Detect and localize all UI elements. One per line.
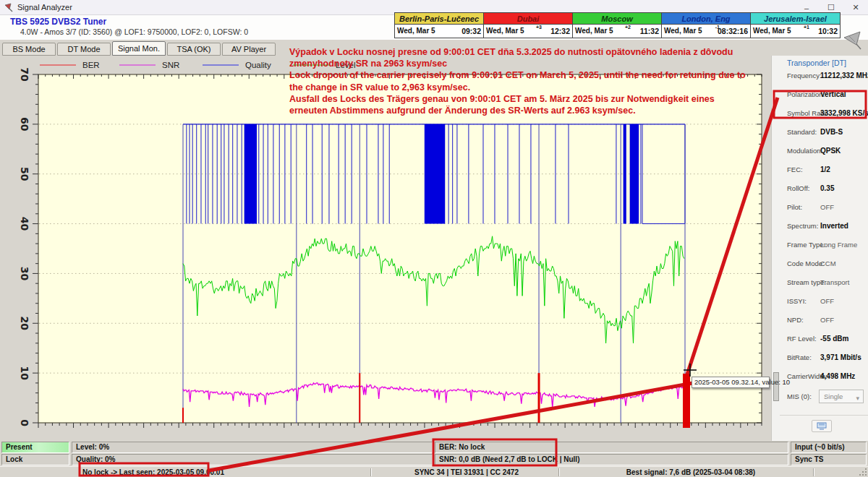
clock-utc-offset: +3 <box>536 25 542 30</box>
status-no-lock: No lock -> Last seen: 2025-03-05 09.00.0… <box>82 468 224 476</box>
sidebar-row-label: Frequency: <box>787 72 822 80</box>
mode-tabs: BS ModeDT ModeSignal Mon.TSA (OK)AV Play… <box>0 41 289 56</box>
legend-swatch <box>119 64 156 66</box>
clock-time-row: Wed, Mar 509:32 <box>395 25 483 38</box>
legend-swatch <box>40 64 76 66</box>
clock-time-row: Wed, Mar 5+110:32 <box>751 25 840 38</box>
clock-2: DubaiWed, Mar 5+312:32 <box>484 13 573 38</box>
close-button[interactable]: ✕ <box>843 0 868 15</box>
svg-text:10: 10 <box>19 366 30 380</box>
sidebar-row-value: 1/2 <box>820 166 830 173</box>
clock-time: 11:32 <box>640 27 659 35</box>
clock-city-label: Berlin-Paris-Lučenec <box>395 13 483 25</box>
clock-date: Wed, Mar 5 <box>575 27 613 35</box>
sidebar-row-fec: FEC:1/2 <box>780 166 868 176</box>
sidebar-row-frametype: Frame Type:Long Frame <box>780 241 868 251</box>
sidebar-row-value: 4,498 MHz <box>820 372 855 380</box>
sidebar-row-modulation: Modulation:QPSK <box>780 147 868 157</box>
annotation-text: Výpadok v Locku nosnej presne od 9:00:01… <box>289 46 778 116</box>
tab-av-player[interactable]: AV Player <box>222 43 276 56</box>
sidebar-row-issyi: ISSYI:OFF <box>780 297 868 307</box>
sidebar-row-spectrum: Spectrum:Inverted <box>780 222 868 232</box>
snr-bar: SNR: 0,0 dB (Need 2,7 dB to LOCK | Null) <box>435 454 788 465</box>
status-sync: SYNC 34 | TEI 31931 | CC 2472 <box>376 468 557 476</box>
tuner-subtitle: 4.0W - Amos 3/7 (ID: 3560) @ LOF1: 97500… <box>20 27 248 36</box>
sidebar-row-value: QPSK <box>820 147 841 155</box>
clock-city-label: Dubai <box>484 13 572 25</box>
clock-time: 12:32 <box>550 27 570 35</box>
sidebar-row-label: RF Level: <box>787 335 817 343</box>
annotation-line-2: zmenyhodnoty SR na 2963 ksym/sec <box>289 58 778 69</box>
mis-row: MIS (0): Single ▾ <box>780 390 868 404</box>
window-title: Signal Analyzer <box>17 3 72 12</box>
sidebar-row-pilot: Pilot:OFF <box>780 203 868 213</box>
sidebar-row-value: Inverted <box>820 222 848 230</box>
sidebar-separator <box>780 415 868 416</box>
level-bar: Level: 0% <box>72 442 433 453</box>
sidebar-row-symbolrate: Symbol Rate:3332,998 KS/s <box>780 109 868 119</box>
scrollbar-thumb[interactable] <box>773 372 779 401</box>
tab-dt-mode[interactable]: DT Mode <box>57 43 111 56</box>
sidebar-row-label: RollOff: <box>787 184 810 192</box>
sidebar-row-label: BitRate: <box>787 353 812 361</box>
annotation-line-3: Lock dropout of the carrier precisely fr… <box>289 69 778 81</box>
sync-ts-cell: Sync TS <box>791 454 867 465</box>
legend-label: BER <box>82 61 100 69</box>
sidebar-row-label: Standard: <box>787 128 817 136</box>
sidebar-row-npd: NPD:OFF <box>780 316 868 326</box>
sidebar-row-label: NPD: <box>787 316 804 324</box>
mis-label: MIS (0): <box>787 392 812 400</box>
clock-time: 08:32:16 <box>718 27 748 35</box>
tab-bs-mode[interactable]: BS Mode <box>2 43 56 56</box>
svg-text:20: 20 <box>19 317 30 331</box>
clock-city-label: Jerusalem-Israel <box>751 13 840 25</box>
clock-date: Wed, Mar 5 <box>397 27 435 35</box>
clock-utc-offset: +1 <box>804 25 809 30</box>
tuner-title: TBS 5925 DVBS2 Tuner <box>10 17 106 27</box>
svg-text:40: 40 <box>19 217 30 231</box>
clock-city-label: London, Eng <box>662 13 750 25</box>
legend-item-snr: SNR <box>119 59 179 70</box>
status-best-signal: Best signal: 7,6 dB (2025-03-04 08:38) <box>571 468 810 476</box>
app-icon <box>4 3 14 12</box>
sidebar-row-value: 11212,332 MHz <box>820 72 868 80</box>
sidebar-row-value: OFF <box>820 316 834 324</box>
sidebar-row-value: DVB-S <box>820 128 843 136</box>
present-indicator: Present <box>1 442 69 453</box>
signal-analyzer-window: Signal Analyzer –☐✕ TBS 5925 DVBS2 Tuner… <box>0 0 868 477</box>
clock-5: Jerusalem-IsraelWed, Mar 5+110:32 <box>751 13 840 38</box>
sidebar-row-rolloff: RollOff:0.35 <box>780 184 868 194</box>
sidebar-row-rflevel: RF Level:-55 dBm <box>780 335 868 345</box>
input-rate-cell: Input (~0 bit/s) <box>791 442 867 453</box>
lock-indicator: Lock <box>1 454 69 465</box>
clock-date: Wed, Mar 5 <box>486 27 524 35</box>
clock-time-row: Wed, Mar 5+312:32 <box>484 25 572 38</box>
status-bar: No lock -> Last seen: 2025-03-05 09.00.0… <box>0 466 868 477</box>
sidebar-row-label: Code Mode: <box>787 259 825 267</box>
mis-dropdown[interactable]: Single ▾ <box>819 390 864 403</box>
sidebar-row-label: FEC: <box>787 166 803 173</box>
resize-grip[interactable] <box>858 467 867 476</box>
sidebar-row-label: Modulation: <box>787 147 822 155</box>
svg-text:50: 50 <box>19 167 30 181</box>
sidebar-row-value: Long Frame <box>820 241 857 249</box>
clock-date: Wed, Mar 5 <box>664 27 702 35</box>
mis-value: Single <box>824 392 843 400</box>
tab-signal-mon-[interactable]: Signal Mon. <box>112 41 166 56</box>
output-device-button[interactable] <box>812 420 832 432</box>
clock-date: Wed, Mar 5 <box>753 27 791 35</box>
clock-time-row: Wed, Mar 5-108:32:16 <box>662 25 750 38</box>
sidebar-row-label: Spectrum: <box>787 222 818 230</box>
annotation-line-5: Ausfall des Locks des Trägers genau von … <box>289 93 778 105</box>
clock-1: Berlin-Paris-LučenecWed, Mar 509:32 <box>395 13 484 38</box>
sidebar-row-value: 3332,998 KS/s <box>820 109 868 117</box>
sidebar-row-value: -55 dBm <box>820 335 848 343</box>
svg-text:60: 60 <box>19 117 30 132</box>
sidebar-row-label: Pilot: <box>787 203 802 211</box>
tab-tsa-ok-[interactable]: TSA (OK) <box>167 43 221 56</box>
annotation-line-4: the change in SR value to 2,963 ksym/sec… <box>289 82 778 93</box>
sidebar-row-bitrate: BitRate:3,971 Mbit/s <box>780 353 868 364</box>
satellite-dish-icon <box>842 30 864 54</box>
sidebar-title: Transponder [DT] <box>787 59 846 67</box>
clock-time-row: Wed, Mar 5+211:32 <box>573 25 661 38</box>
